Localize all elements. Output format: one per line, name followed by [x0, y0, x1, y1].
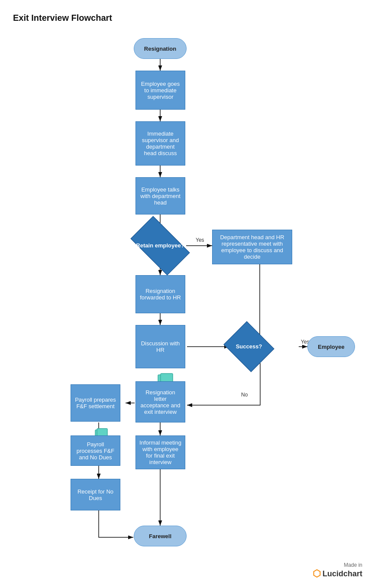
- retain-diamond: Retain employee?: [134, 230, 186, 262]
- payroll-process-shape: Payroll processes F&F and No Dues: [71, 435, 120, 466]
- informal-meeting-shape: Informal meeting with employee for final…: [135, 435, 185, 469]
- dept-hr-meet-shape: Department head and HR representative me…: [212, 230, 292, 264]
- lucidchart-label: Lucidchart: [323, 569, 362, 578]
- page-title: Exit Interview Flowchart: [13, 13, 112, 23]
- resign-letter-shape: Resignation letter acceptance and exit i…: [135, 381, 185, 422]
- farewell-shape: Farewell: [134, 526, 187, 546]
- lucidchart-icon: ⬡: [313, 568, 321, 579]
- discussion-hr-shape: Discussion with HR: [135, 325, 185, 368]
- resignation-fwd-shape: Resignation forwarded to HR: [135, 275, 185, 313]
- lucidchart-badge: Made in ⬡ Lucidchart: [313, 562, 362, 579]
- employee-shape: Employee: [307, 336, 355, 357]
- supervisor-discuss-shape: Immediate supervisor and department head…: [135, 121, 185, 166]
- success-diamond: Success?: [229, 330, 268, 363]
- flowchart-arrows: Yes No Yes No: [0, 0, 371, 588]
- employee-goes-shape: Employee goes to immediate supervisor: [135, 71, 185, 110]
- svg-text:Yes: Yes: [196, 237, 204, 243]
- svg-text:No: No: [241, 392, 248, 398]
- employee-talks-shape: Employee talks with department head: [135, 177, 185, 214]
- receipt-shape: Receipt for No Dues: [71, 479, 120, 510]
- payroll-ff-shape: Payroll prepares F&F settlement: [71, 384, 120, 422]
- resignation-shape: Resignation: [134, 38, 187, 59]
